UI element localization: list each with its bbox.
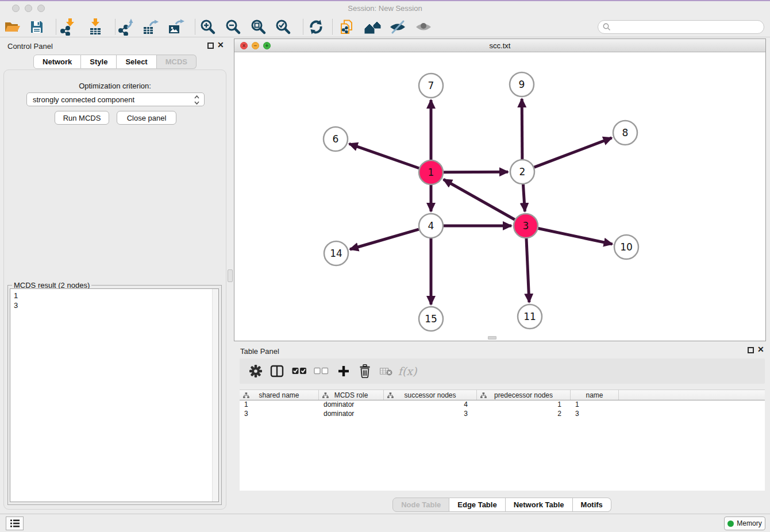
tab-network[interactable]: Network xyxy=(33,55,81,69)
zoom-fit-button[interactable] xyxy=(249,17,268,36)
column-label: MCDS role xyxy=(334,391,368,399)
network-window-title: scc.txt xyxy=(234,41,765,50)
cell-predecessor-nodes[interactable]: 2 xyxy=(477,410,571,419)
refresh-button[interactable] xyxy=(306,17,326,36)
tab-style[interactable]: Style xyxy=(81,55,117,69)
memory-button[interactable]: Memory xyxy=(724,516,765,530)
delete-table-icon xyxy=(380,367,392,376)
panel-splitter-handle[interactable] xyxy=(228,269,233,282)
control-panel-float-button[interactable] xyxy=(207,43,214,49)
split-table-view-button[interactable] xyxy=(268,363,286,380)
refresh-icon xyxy=(307,18,325,36)
column-header-predecessor-nodes[interactable]: predecessor nodes xyxy=(477,390,571,400)
tab-select[interactable]: Select xyxy=(117,55,156,69)
search-icon xyxy=(603,23,611,31)
network-graph[interactable]: 7968124314101511 xyxy=(234,52,765,341)
split-view-icon xyxy=(270,365,284,377)
home-button[interactable] xyxy=(363,17,382,36)
run-mcds-button[interactable]: Run MCDS xyxy=(55,111,109,125)
export-image-button[interactable] xyxy=(166,17,186,36)
result-scrollbar[interactable] xyxy=(212,289,218,502)
column-type-icon xyxy=(322,392,329,399)
edge-4-14[interactable] xyxy=(350,229,419,249)
create-column-button[interactable] xyxy=(334,363,353,380)
status-bar: Memory xyxy=(0,514,770,532)
network-canvas[interactable]: 7968124314101511 xyxy=(234,52,765,341)
network-window-grip[interactable] xyxy=(488,336,496,340)
table-row[interactable]: 1 dominator 4 1 1 xyxy=(240,400,765,410)
cell-name[interactable]: 1 xyxy=(571,400,619,410)
export-table-icon xyxy=(142,18,159,36)
edge-2-8[interactable] xyxy=(534,138,612,167)
node-label-8: 8 xyxy=(622,127,629,138)
toolbar-separator xyxy=(56,19,56,34)
table-settings-button[interactable] xyxy=(247,363,265,380)
cell-shared-name[interactable]: 3 xyxy=(240,410,319,419)
edge-3-10[interactable] xyxy=(538,229,613,244)
edge-1-2[interactable] xyxy=(444,172,508,172)
delete-table-button[interactable] xyxy=(377,363,395,380)
new-network-from-selection-button[interactable] xyxy=(338,17,357,36)
cell-predecessor-nodes[interactable]: 1 xyxy=(477,400,571,410)
column-label: name xyxy=(586,391,603,399)
cell-successor-nodes[interactable]: 4 xyxy=(384,400,477,410)
column-header-shared-name[interactable]: shared name xyxy=(240,390,319,400)
cell-mcds-role[interactable]: dominator xyxy=(319,400,384,410)
cell-shared-name[interactable]: 1 xyxy=(240,400,319,410)
column-header-successor-nodes[interactable]: successor nodes xyxy=(384,390,477,400)
task-history-button[interactable] xyxy=(6,516,24,530)
zoom-selected-button[interactable] xyxy=(274,17,293,36)
control-panel-header: Control Panel ✕ xyxy=(0,37,230,52)
export-network-button[interactable] xyxy=(116,17,136,36)
tab-network-table[interactable]: Network Table xyxy=(506,498,573,512)
column-header-mcds-role[interactable]: MCDS role xyxy=(319,390,384,400)
zoom-out-button[interactable] xyxy=(224,17,243,36)
delete-column-button[interactable] xyxy=(356,363,374,380)
open-session-icon xyxy=(5,20,21,34)
export-table-button[interactable] xyxy=(141,17,160,36)
edge-2-9[interactable] xyxy=(522,99,522,159)
open-session-button[interactable] xyxy=(3,17,22,36)
tab-motifs[interactable]: Motifs xyxy=(573,498,611,512)
function-builder-button[interactable]: f(x) xyxy=(398,363,417,380)
zoom-out-icon xyxy=(225,19,241,35)
toolbar-separator xyxy=(115,19,116,34)
memory-label: Memory xyxy=(737,519,761,527)
tab-mcds[interactable]: MCDS xyxy=(157,55,197,69)
mcds-result-textarea[interactable]: 1 3 xyxy=(10,288,219,502)
save-session-button[interactable] xyxy=(27,17,47,36)
hide-unselected-button[interactable] xyxy=(388,17,407,36)
cell-name[interactable]: 3 xyxy=(571,410,619,419)
edge-1-6[interactable] xyxy=(349,144,419,168)
table-panel-tabs: Node Table Edge Table Network Table Moti… xyxy=(234,498,770,512)
search-field[interactable] xyxy=(598,20,764,34)
control-panel-close-button[interactable]: ✕ xyxy=(217,40,224,49)
cell-mcds-role[interactable]: dominator xyxy=(319,410,384,419)
import-table-icon xyxy=(87,18,104,36)
cell-successor-nodes[interactable]: 3 xyxy=(384,410,477,419)
zoom-selected-icon xyxy=(275,19,291,35)
import-table-button[interactable] xyxy=(86,17,105,36)
criterion-dropdown[interactable]: strongly connected component xyxy=(26,92,205,106)
close-panel-button[interactable]: Close panel xyxy=(117,111,176,125)
node-label-14: 14 xyxy=(330,248,342,259)
tab-node-table[interactable]: Node Table xyxy=(392,498,449,512)
mcds-result-group: MCDS result (2 nodes) 1 3 xyxy=(7,285,222,505)
show-all-button[interactable] xyxy=(414,17,433,36)
table-panel-float-button[interactable] xyxy=(748,347,754,353)
search-input[interactable] xyxy=(614,23,764,32)
table-panel-close-button[interactable]: ✕ xyxy=(757,345,764,354)
column-header-name[interactable]: name xyxy=(571,390,619,400)
plus-icon xyxy=(338,365,349,377)
edge-3-1[interactable] xyxy=(444,179,515,219)
show-columns-button[interactable] xyxy=(290,363,309,380)
edge-3-11[interactable] xyxy=(526,238,529,302)
zoom-in-button[interactable] xyxy=(198,17,218,36)
export-network-icon xyxy=(117,18,134,36)
hide-columns-button[interactable] xyxy=(312,363,330,380)
tab-edge-table[interactable]: Edge Table xyxy=(449,498,505,512)
edge-2-3[interactable] xyxy=(523,184,525,211)
table-row[interactable]: 3 dominator 3 2 3 xyxy=(240,410,765,419)
network-window-titlebar[interactable]: × − + scc.txt xyxy=(234,39,765,52)
import-network-button[interactable] xyxy=(59,17,78,36)
